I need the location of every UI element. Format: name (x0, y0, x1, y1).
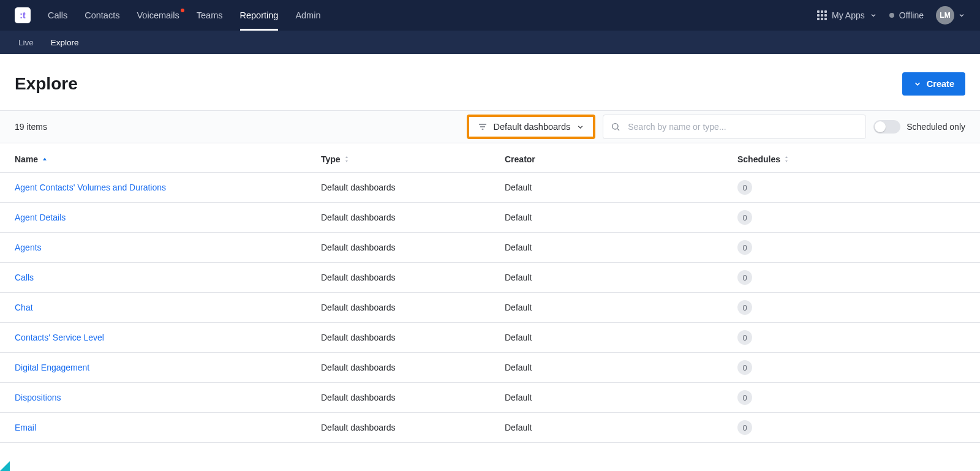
cell-type: Default dashboards (321, 183, 505, 192)
cell-creator: Default (505, 393, 737, 402)
toggle-knob (875, 121, 886, 132)
nav-voicemails[interactable]: Voicemails (137, 0, 179, 31)
dashboard-link[interactable]: Contacts' Service Level (15, 333, 104, 342)
notification-dot-icon (181, 9, 184, 12)
table-row: Agent DetailsDefault dashboardsDefault0 (0, 203, 980, 233)
schedules-badge: 0 (737, 390, 752, 405)
table-body: Agent Contacts' Volumes and DurationsDef… (0, 173, 980, 443)
search-icon (611, 122, 620, 132)
search-field[interactable] (603, 115, 866, 139)
my-apps-menu[interactable]: My Apps (817, 10, 877, 20)
user-menu[interactable]: LM (936, 6, 965, 24)
schedules-badge: 0 (737, 330, 752, 345)
dashboard-link[interactable]: Chat (15, 303, 33, 312)
dashboard-link[interactable]: Agent Details (15, 213, 66, 222)
nav-contacts[interactable]: Contacts (85, 0, 119, 31)
sort-icon (344, 156, 349, 163)
schedules-badge: 0 (737, 300, 752, 315)
cell-creator: Default (505, 213, 737, 222)
my-apps-label: My Apps (832, 10, 865, 20)
col-creator[interactable]: Creator (505, 154, 737, 164)
topbar: :t CallsContactsVoicemailsTeamsReporting… (0, 0, 980, 31)
filter-icon (478, 122, 488, 132)
table-row: EmailDefault dashboardsDefault0 (0, 413, 980, 443)
cell-creator: Default (505, 333, 737, 342)
create-button[interactable]: Create (902, 72, 965, 96)
cell-creator: Default (505, 243, 737, 252)
chevron-down-icon (576, 123, 584, 131)
col-schedules[interactable]: Schedules (737, 154, 965, 164)
schedules-badge: 0 (737, 360, 752, 375)
nav-teams[interactable]: Teams (197, 0, 223, 31)
status-label: Offline (899, 10, 924, 20)
table-row: ChatDefault dashboardsDefault0 (0, 293, 980, 323)
cell-type: Default dashboards (321, 273, 505, 282)
corner-accent-icon (0, 461, 10, 471)
chevron-down-icon (870, 12, 877, 19)
toggle-track[interactable] (873, 120, 900, 134)
schedules-badge: 0 (737, 420, 752, 435)
dashboard-link[interactable]: Agent Contacts' Volumes and Durations (15, 183, 166, 192)
col-creator-label: Creator (505, 154, 535, 164)
subnav-live[interactable]: Live (18, 38, 34, 47)
col-schedules-label: Schedules (737, 154, 780, 164)
avatar: LM (936, 6, 954, 24)
cell-type: Default dashboards (321, 333, 505, 342)
col-name-label: Name (15, 154, 38, 164)
table-row: Digital EngagementDefault dashboardsDefa… (0, 353, 980, 383)
cell-type: Default dashboards (321, 363, 505, 372)
col-name[interactable]: Name (15, 154, 321, 164)
create-button-label: Create (927, 79, 954, 89)
cell-creator: Default (505, 303, 737, 312)
cell-type: Default dashboards (321, 303, 505, 312)
svg-point-3 (612, 124, 618, 129)
col-type[interactable]: Type (321, 154, 505, 164)
svg-marker-9 (785, 160, 788, 162)
table-row: Agent Contacts' Volumes and DurationsDef… (0, 173, 980, 203)
toggle-label: Scheduled only (907, 122, 965, 132)
filter-bar: 19 items Default dashboards Scheduled on… (0, 110, 980, 143)
subnav-explore[interactable]: Explore (51, 38, 79, 47)
svg-marker-8 (785, 156, 788, 158)
svg-marker-6 (345, 156, 348, 158)
dashboard-link[interactable]: Dispositions (15, 393, 61, 402)
search-input[interactable] (627, 121, 858, 132)
cell-creator: Default (505, 183, 737, 192)
filter-dropdown-label: Default dashboards (494, 122, 571, 132)
nav-reporting[interactable]: Reporting (240, 0, 279, 31)
presence-status[interactable]: Offline (889, 10, 924, 20)
cell-type: Default dashboards (321, 243, 505, 252)
dashboard-link[interactable]: Email (15, 423, 36, 432)
cell-creator: Default (505, 363, 737, 372)
page-header: Explore Create (0, 54, 980, 110)
items-count: 19 items (15, 122, 47, 132)
svg-marker-7 (345, 160, 348, 162)
chevron-down-icon (913, 80, 922, 88)
dashboard-link[interactable]: Agents (15, 243, 42, 252)
cell-creator: Default (505, 423, 737, 432)
schedules-badge: 0 (737, 180, 752, 195)
cell-type: Default dashboards (321, 423, 505, 432)
page-title: Explore (15, 74, 78, 94)
brand-logo[interactable]: :t (15, 7, 31, 23)
apps-grid-icon (817, 10, 827, 20)
nav-admin[interactable]: Admin (295, 0, 320, 31)
schedules-badge: 0 (737, 210, 752, 225)
sub-nav: LiveExplore (0, 31, 980, 54)
scheduled-only-toggle[interactable]: Scheduled only (873, 120, 965, 134)
dashboard-link[interactable]: Digital Engagement (15, 363, 89, 372)
chevron-down-icon (958, 12, 965, 19)
sort-asc-icon (42, 156, 48, 162)
table-row: DispositionsDefault dashboardsDefault0 (0, 383, 980, 413)
schedules-badge: 0 (737, 270, 752, 285)
dashboard-link[interactable]: Calls (15, 273, 34, 282)
col-type-label: Type (321, 154, 341, 164)
primary-nav: CallsContactsVoicemailsTeamsReportingAdm… (48, 0, 320, 31)
table-header: Name Type Creator Schedules (0, 143, 980, 173)
nav-calls[interactable]: Calls (48, 0, 67, 31)
filter-dropdown[interactable]: Default dashboards (467, 115, 596, 139)
topbar-right: My Apps Offline LM (817, 6, 965, 24)
table-row: CallsDefault dashboardsDefault0 (0, 263, 980, 293)
sort-icon (784, 156, 789, 163)
cell-creator: Default (505, 273, 737, 282)
